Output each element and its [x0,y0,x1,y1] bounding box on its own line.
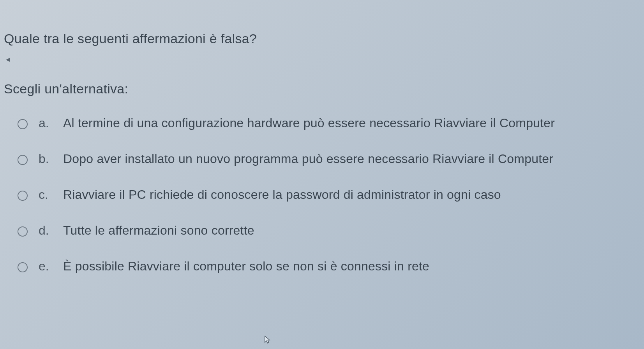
radio-button-b[interactable] [18,155,28,165]
pointer-cursor-icon [261,335,273,347]
radio-button-e[interactable] [18,262,28,272]
option-letter: e. [39,259,52,274]
instruction-text: Scegli un'alternativa: [4,81,640,96]
back-arrow-icon: ◂ [6,54,10,64]
option-b: b. Dopo aver installato un nuovo program… [18,152,640,166]
option-letter: d. [39,223,52,238]
option-d: d. Tutte le affermazioni sono corrette [18,223,640,238]
option-text[interactable]: È possibile Riavviare il computer solo s… [63,259,429,274]
question-text: Quale tra le seguenti affermazioni è fal… [4,31,640,46]
option-letter: a. [39,116,52,130]
option-c: c. Riavviare il PC richiede di conoscere… [18,188,640,202]
radio-button-a[interactable] [18,119,28,129]
option-text[interactable]: Tutte le affermazioni sono corrette [63,223,254,238]
option-text[interactable]: Al termine di una configurazione hardwar… [63,116,555,130]
option-a: a. Al termine di una configurazione hard… [18,116,640,130]
option-e: e. È possibile Riavviare il computer sol… [18,259,640,274]
option-letter: c. [39,188,52,202]
option-text[interactable]: Riavviare il PC richiede di conoscere la… [63,188,501,202]
quiz-container: Quale tra le seguenti affermazioni è fal… [0,0,644,310]
radio-button-c[interactable] [18,191,28,201]
options-list: a. Al termine di una configurazione hard… [4,116,640,274]
option-text[interactable]: Dopo aver installato un nuovo programma … [63,152,553,166]
option-letter: b. [39,152,52,166]
radio-button-d[interactable] [18,226,28,237]
